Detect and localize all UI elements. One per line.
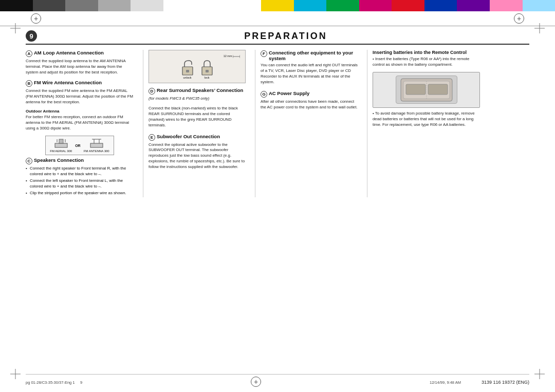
footer-product-code: 3139 116 19372 (ENG): [482, 380, 529, 385]
cb-darkgray: [33, 0, 66, 11]
section-a-heading: A AM Loop Antenna Connection: [26, 50, 134, 57]
section-f-letter: F: [261, 50, 267, 57]
antenna-diagram: FM AERIAL 300 OR FM ANTENNA 300: [26, 136, 134, 155]
section-f-body: You can connect the audio left and right…: [261, 63, 358, 85]
section-b-heading: B FM Wire Antenna Connection: [26, 80, 134, 87]
svg-rect-17: [406, 84, 425, 95]
remote-bullet-2: •: [373, 111, 374, 116]
svg-rect-14: [206, 70, 209, 72]
lock-row: unlock lock: [180, 60, 214, 79]
section-d-heading: D Rear Surround Speakers’ Connection: [149, 87, 246, 95]
antenna-fm-aerial: FM AERIAL 300: [50, 138, 72, 153]
section-a-title: AM Loop Antenna Connection: [34, 50, 104, 55]
page: 9 PREPARATION A AM Loop Antenna Connecti…: [0, 0, 555, 392]
cb-green: [326, 0, 359, 11]
section-e-heading: E Subwoofer Out Connection: [149, 134, 246, 141]
section-e-body: Connect the optional active subwoofer to…: [149, 142, 246, 171]
lock-diagram: 12 mm: [149, 50, 246, 83]
remote-body1-text: Insert the batteries (Type R06 or AA²) i…: [373, 57, 469, 67]
section-g-heading: G AC Power Supply: [261, 90, 358, 98]
footer-page-num: 9: [80, 380, 82, 385]
column-2: 12 mm: [143, 50, 246, 197]
unlock-img: unlock: [180, 60, 195, 79]
svg-rect-18: [428, 84, 448, 95]
remote-illustration: [396, 76, 457, 104]
cb-black: [0, 0, 33, 11]
remote-diagram: [373, 72, 480, 108]
outdoor-antenna-body: For better FM stereo reception, connect …: [26, 115, 134, 132]
section-f-heading: F Connecting other equipment to your sys…: [261, 50, 358, 61]
cb-gray: [65, 0, 98, 11]
section-d-italic: (for models FWC3 & FWC35 only): [149, 96, 246, 102]
cb-cyan: [294, 0, 327, 11]
antenna-box: FM AERIAL 300 OR FM ANTENNA 300: [45, 136, 114, 155]
section-d-title: Rear Surround Speakers’ Connection: [157, 87, 243, 93]
section-f-title: Connecting other equipment to your syste…: [269, 50, 358, 61]
section-g-title: AC Power Supply: [269, 90, 309, 96]
section-c-heading: C Speakers Connection: [26, 157, 134, 164]
cb-purple: [457, 0, 490, 11]
footer-file: pg 01-28/C3-35-30/37-Eng 1: [26, 380, 75, 385]
bullet-c-3: Clip the stripped portion of the speaker…: [26, 191, 134, 196]
cb-red: [392, 0, 424, 11]
corner-mark-bl: [10, 369, 21, 379]
section-e-letter: E: [149, 134, 155, 141]
footer-timestamp: 12/14/99, 9:48 AM: [430, 380, 461, 385]
lock-img: lock: [200, 60, 214, 79]
cb-ltblue: [523, 0, 556, 11]
remote-body2: • To avoid damage from possible battery …: [373, 111, 480, 128]
section-e-title: Subwoofer Out Connection: [157, 134, 220, 139]
cb-pink: [490, 0, 523, 11]
antenna-label-2: FM ANTENNA 300: [84, 150, 109, 153]
section-c-letter: C: [26, 158, 32, 164]
footer-center: [251, 377, 261, 388]
crosshair-top-right: [514, 13, 524, 24]
section-c-bullets: Connect the right speaker to Front termi…: [26, 166, 134, 196]
outdoor-antenna-heading: Outdoor Antenna: [26, 109, 134, 114]
cb-white: [131, 0, 163, 11]
bullet-c-2: Connect the left speaker to Front termin…: [26, 178, 134, 190]
top-bar: [0, 11, 555, 26]
page-title: PREPARATION: [42, 31, 529, 42]
cb-spacer: [163, 0, 262, 11]
corner-mark-br: [534, 369, 545, 379]
cb-lightgray: [98, 0, 131, 11]
section-c-title: Speakers Connection: [34, 157, 84, 163]
remote-body2-text: To avoid damage from possible battery le…: [373, 111, 475, 127]
main-content: 9 PREPARATION A AM Loop Antenna Connecti…: [0, 26, 555, 201]
svg-rect-1: [59, 139, 63, 143]
section-a-letter: A: [26, 50, 32, 57]
footer: pg 01-28/C3-35-30/37-Eng 1 9 12/14/99, 9…: [26, 374, 529, 388]
column-3: F Connecting other equipment to your sys…: [255, 50, 358, 197]
footer-left: pg 01-28/C3-35-30/37-Eng 1 9: [26, 380, 82, 385]
lock-label: lock: [205, 76, 210, 79]
svg-rect-4: [90, 143, 103, 147]
remote-body1: • Insert the batteries (Type R06 or AA²)…: [373, 57, 480, 68]
antenna-fm-antenna: FM ANTENNA 300: [84, 138, 109, 153]
dim-label: 12 mm: [224, 54, 232, 58]
antenna-or: OR: [75, 144, 81, 147]
crosshair-top-left: [31, 13, 41, 24]
crosshair-bottom-center: [251, 377, 261, 387]
section-g-letter: G: [261, 91, 267, 98]
svg-rect-0: [55, 143, 67, 147]
color-bar-top: [0, 0, 555, 11]
remote-heading: Inserting batteries into the Remote Cont…: [373, 50, 480, 55]
svg-rect-12: [186, 70, 189, 72]
remote-title: Inserting batteries into the Remote Cont…: [373, 50, 467, 55]
column-1: A AM Loop Antenna Connection Connect the…: [26, 50, 134, 197]
column-4: Inserting batteries into the Remote Cont…: [367, 50, 480, 197]
section-d-letter: D: [149, 88, 155, 95]
unlock-label: unlock: [183, 76, 192, 79]
page-number: 9: [26, 30, 37, 42]
section-d-body: Connect the black (non-marked) wires to …: [149, 106, 246, 128]
cb-yellow: [261, 0, 294, 11]
antenna-label-1: FM AERIAL 300: [50, 150, 72, 153]
bullet-c-1: Connect the right speaker to Front termi…: [26, 166, 134, 177]
section-b-title: FM Wire Antenna Connection: [34, 80, 102, 85]
title-section: 9 PREPARATION: [26, 30, 529, 45]
section-b-body: Connect the supplied FM wire antenna to …: [26, 88, 134, 105]
section-b-letter: B: [26, 80, 32, 87]
section-g-body: After all other connections have been ma…: [261, 99, 358, 110]
remote-bullet-1: •: [373, 57, 374, 61]
